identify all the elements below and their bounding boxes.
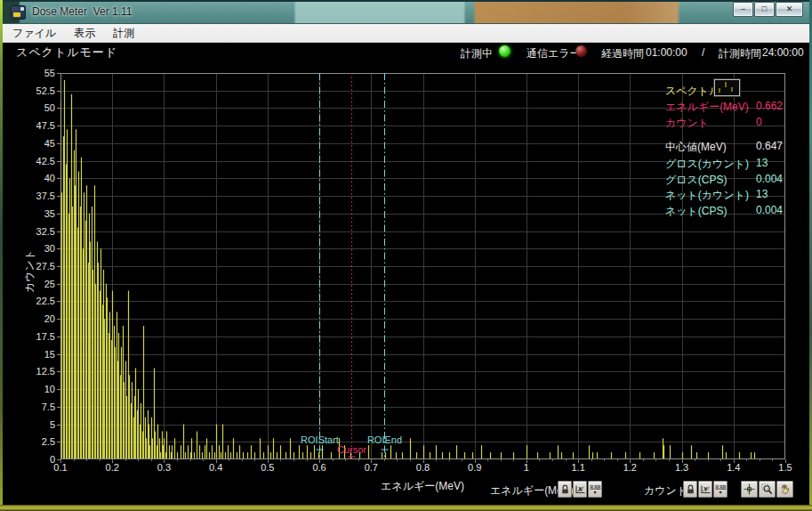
x-axis-ticks: 0.10.20.30.40.50.60.70.80.911.11.21.31.4… xyxy=(60,462,785,474)
svg-text:Cursor: Cursor xyxy=(337,444,366,455)
zoom-tool-button[interactable] xyxy=(759,481,776,498)
readout-row-count: カウント 0 xyxy=(665,116,812,129)
menu-view[interactable]: 表示 xyxy=(66,24,103,43)
svg-text:ROIStart: ROIStart xyxy=(301,434,339,445)
pan-tool-button[interactable] xyxy=(776,481,793,498)
mode-title: スペクトルモード xyxy=(16,45,117,61)
x-tick-label: 0.3 xyxy=(149,462,179,473)
y-tick-label: 55 xyxy=(18,68,55,78)
title-bar[interactable]: Dose Meter Ver 1.11 – □ ✕ xyxy=(3,0,809,24)
y-tick-label: 35 xyxy=(18,208,55,219)
graph-tool-palette xyxy=(741,481,794,498)
measure-time-label: 計測時間 xyxy=(719,46,761,61)
y-tick-label: 42.5 xyxy=(18,156,55,166)
y-scale-lock-button[interactable] xyxy=(683,481,697,498)
readout-label: カウント xyxy=(665,116,709,131)
readout-panel: スペクトル エネルギー(MeV) 0.662 カウント 0 中心値(MeV) 0… xyxy=(665,82,812,224)
legend-plot-style-box[interactable] xyxy=(714,79,740,96)
readout-label: ネット(CPS) xyxy=(665,204,728,219)
magnifier-icon xyxy=(761,483,773,495)
hand-icon xyxy=(779,483,791,495)
svg-text:X: X xyxy=(578,485,583,491)
y-tick-label: 37.5 xyxy=(18,191,55,201)
measuring-label: 計測中 xyxy=(461,46,493,61)
svg-text:ROIEnd: ROIEnd xyxy=(367,434,402,445)
window-title: Dose Meter Ver 1.11 xyxy=(32,5,133,18)
x-format-button[interactable]: 8.88 ▾ xyxy=(588,481,602,498)
time-separator: / xyxy=(702,46,704,59)
x-tick-label: 1.1 xyxy=(563,462,593,473)
readout-value: 0.662 xyxy=(756,100,783,112)
y-tick-label: 12.5 xyxy=(18,366,55,377)
readout-value: 0.004 xyxy=(756,173,783,185)
plot-legend: スペクトル xyxy=(665,82,812,95)
x-tick-label: 0.2 xyxy=(97,462,127,473)
y-tick-label: 45 xyxy=(18,138,55,149)
x-tick-label: 1.2 xyxy=(615,462,645,473)
x-tick-label: 1.5 xyxy=(770,462,800,473)
x-tick-label: 0.8 xyxy=(408,462,438,473)
x-autoscale-button[interactable]: X xyxy=(573,481,587,498)
readout-label: ネット(カウント) xyxy=(665,188,749,203)
x-tick-label: 0.6 xyxy=(304,462,334,473)
window-controls: – □ ✕ xyxy=(732,2,803,17)
readout-row-gross-count: グロス(カウント) 13 xyxy=(665,157,812,170)
x-tick-label: 0.7 xyxy=(356,462,386,473)
readout-row-net-cps: ネット(CPS) 0.004 xyxy=(665,204,812,217)
x-tick-label: 0.5 xyxy=(253,462,283,473)
y-autoscale-button[interactable]: Y xyxy=(698,481,712,498)
readout-value: 0.647 xyxy=(756,140,783,152)
window-border-bottom xyxy=(0,505,812,511)
autoscale-x-icon: X xyxy=(575,484,586,495)
close-button[interactable]: ✕ xyxy=(776,2,803,17)
readout-value: 0.004 xyxy=(756,204,783,216)
readout-row-centroid: 中心値(MeV) 0.647 xyxy=(665,140,812,153)
screen: { "window": { "title": "Dose Meter Ver 1… xyxy=(0,0,812,511)
y-tick-label: 47.5 xyxy=(18,120,55,131)
readout-row-net-count: ネット(カウント) 13 xyxy=(665,188,812,201)
comm-error-led xyxy=(575,45,587,57)
svg-text:Y: Y xyxy=(703,485,708,491)
measuring-led xyxy=(499,45,511,57)
crosshair-icon xyxy=(744,483,755,495)
cursor-move-tool-button[interactable] xyxy=(741,481,758,498)
maximize-button[interactable]: □ xyxy=(754,2,775,17)
comm-error-label: 通信エラー xyxy=(527,46,581,61)
readout-value: 13 xyxy=(756,188,768,200)
autoscale-y-icon: Y xyxy=(700,484,712,495)
y-tick-label: 5 xyxy=(18,419,55,430)
readout-value: 13 xyxy=(756,157,768,169)
x-tick-label: 1 xyxy=(511,462,542,473)
x-axis-title: エネルギー(MeV) xyxy=(334,479,511,494)
elapsed-time-label: 経過時間 xyxy=(601,46,644,61)
readout-row-gross-cps: グロス(CPS) 0.004 xyxy=(665,173,812,186)
x-tick-label: 1.4 xyxy=(719,462,749,473)
measure-time-value: 24:00:00 xyxy=(762,46,804,59)
legend-bars-icon xyxy=(715,80,737,93)
menu-bar: ファイル 表示 計測 xyxy=(3,24,809,43)
legend-label: スペクトル xyxy=(665,85,720,97)
x-tick-label: 0.9 xyxy=(460,462,490,473)
readout-label: グロス(CPS) xyxy=(665,173,728,188)
chevron-down-icon: ▾ xyxy=(719,491,721,495)
menu-file[interactable]: ファイル xyxy=(4,24,64,43)
y-tick-label: 50 xyxy=(18,102,55,113)
x-tick-label: 0.4 xyxy=(201,462,231,473)
readout-label: グロス(カウント) xyxy=(665,157,749,172)
y-tick-label: 20 xyxy=(18,313,55,324)
readout-value: 0 xyxy=(756,116,762,128)
y-scale-label: カウント xyxy=(644,483,687,499)
y-tick-label: 10 xyxy=(18,384,55,394)
lock-icon xyxy=(686,484,695,495)
readout-row-energy: エネルギー(MeV) 0.662 xyxy=(665,100,812,113)
y-tick-label: 52.5 xyxy=(18,85,55,96)
lock-icon xyxy=(560,484,570,495)
y-format-button[interactable]: 8.88 ▾ xyxy=(713,481,728,498)
menu-measure[interactable]: 計測 xyxy=(105,24,142,43)
readout-label: エネルギー(MeV) xyxy=(665,100,749,115)
y-tick-label: 17.5 xyxy=(18,331,55,342)
minimize-button[interactable]: – xyxy=(733,2,753,17)
y-tick-label: 2.5 xyxy=(18,436,55,447)
app-icon xyxy=(11,5,26,20)
x-scale-lock-button[interactable] xyxy=(558,481,572,498)
